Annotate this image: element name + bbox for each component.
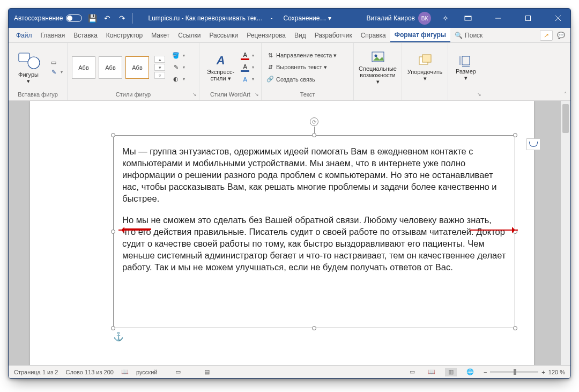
group-text: ⇅Направление текста ▾ ⇵Выровнять текст ▾… <box>262 43 354 100</box>
tab-references[interactable]: Ссылки <box>174 28 205 42</box>
toggle-icon[interactable] <box>66 14 82 22</box>
group-label: Стили фигур <box>116 91 151 98</box>
page-indicator[interactable]: Страница 1 из 2 <box>14 369 58 375</box>
scrollbar-thumb[interactable] <box>562 104 569 133</box>
text-outline-button[interactable]: A▾ <box>241 63 254 72</box>
undo-icon[interactable]: ↶ <box>102 13 112 23</box>
shape-outline-button[interactable]: ✎▾ <box>172 63 185 72</box>
app-window: Автосохранение 💾 ↶ ↷ Lumpics.ru - Как пе… <box>8 8 571 379</box>
comments-icon[interactable]: 💬 <box>557 32 565 39</box>
group-label: Стили WordArt <box>210 91 250 98</box>
alt-text-button[interactable]: Специальные возможности ▾ <box>358 49 397 86</box>
coming-soon-icon[interactable]: ✧ <box>441 13 450 23</box>
style-preset-1[interactable]: Абв <box>72 56 95 79</box>
edit-shape-button[interactable]: ✎▾ <box>49 68 63 77</box>
tab-shape-format[interactable]: Формат фигуры <box>390 28 450 42</box>
tab-mailings[interactable]: Рассылки <box>205 28 242 42</box>
shapes-gallery-button[interactable]: Фигуры ▾ <box>13 50 44 85</box>
align-text-button[interactable]: ⇵Выровнять текст ▾ <box>266 63 327 72</box>
arrange-icon <box>418 54 433 68</box>
search-icon: 🔍 <box>455 32 463 39</box>
language-indicator[interactable]: русский <box>136 369 157 375</box>
group-accessibility: Специальные возможности ▾ <box>354 43 402 100</box>
search-box[interactable]: 🔍 Поиск <box>450 28 487 42</box>
zoom-out-icon[interactable]: − <box>484 369 487 375</box>
zoom-in-icon[interactable]: + <box>541 369 545 375</box>
redo-icon[interactable]: ↷ <box>117 13 127 23</box>
text-effects-button[interactable]: A▾ <box>241 75 254 84</box>
user-account[interactable]: Виталий Каиров ВК <box>366 12 431 25</box>
ribbon-display-button[interactable] <box>456 9 480 28</box>
share-button[interactable]: ↗ <box>540 30 553 41</box>
wordart-icon: A <box>217 54 225 68</box>
layout-options-icon <box>529 142 538 147</box>
annotation-arrow-right <box>470 230 518 231</box>
tab-view[interactable]: Вид <box>290 28 310 42</box>
tab-insert[interactable]: Вставка <box>69 28 102 42</box>
page: ⟳ Мы — группа энтузиастов, одержимых иде… <box>30 101 534 365</box>
read-view-button[interactable]: 📖 <box>426 368 437 376</box>
svg-rect-11 <box>422 55 431 62</box>
tab-layout[interactable]: Макет <box>147 28 174 42</box>
group-arrange: Упорядочить ▾ <box>402 43 448 100</box>
focus-view-button[interactable]: ▭ <box>406 368 418 376</box>
shape-fill-button[interactable]: 🪣▾ <box>172 51 185 60</box>
autosave-label: Автосохранение <box>14 14 63 22</box>
size-button[interactable]: Размер ▾ <box>452 53 479 82</box>
dialog-launcher-icon[interactable]: ↘ <box>477 92 481 97</box>
rotate-handle-icon[interactable]: ⟳ <box>310 117 318 126</box>
tab-developer[interactable]: Разработчик <box>310 28 357 42</box>
style-more[interactable]: ▴▾▿ <box>154 56 165 79</box>
text-content[interactable]: Мы — группа энтузиастов, одержимых идеей… <box>114 136 515 283</box>
style-preset-3[interactable]: Абв <box>125 56 149 79</box>
dialog-launcher-icon[interactable]: ↘ <box>255 92 259 97</box>
dialog-launcher-icon[interactable]: ↘ <box>192 92 197 97</box>
resize-handle-sw[interactable] <box>111 326 115 330</box>
layout-options-button[interactable] <box>526 138 540 150</box>
minimize-button[interactable] <box>486 9 510 28</box>
word-count[interactable]: Слово 113 из 200 <box>65 369 114 375</box>
autosave-toggle[interactable]: Автосохранение <box>14 14 82 22</box>
vertical-scrollbar[interactable] <box>561 101 570 365</box>
resize-handle-se[interactable] <box>513 326 517 330</box>
draw-textbox-button[interactable]: ▭ <box>49 58 63 67</box>
resize-handle-s[interactable] <box>312 326 316 330</box>
ribbon-tabs: Файл Главная Вставка Конструктор Макет С… <box>9 28 570 43</box>
document-title: Lumpics.ru - Как переворачивать тек… <box>148 14 263 22</box>
create-link-button[interactable]: 🔗Создать связь <box>266 75 315 84</box>
print-view-button[interactable]: ▥ <box>445 368 457 376</box>
wordart-quickstyles-button[interactable]: A Экспресс- стили ▾ <box>204 53 237 83</box>
text-direction-button[interactable]: ⇅Направление текста ▾ <box>266 51 337 60</box>
group-size: Размер ▾ ↘ <box>448 43 484 100</box>
close-button[interactable] <box>546 9 570 28</box>
style-preset-2[interactable]: Абв <box>99 56 122 79</box>
shape-effects-button[interactable]: ◐▾ <box>172 75 185 84</box>
svg-rect-3 <box>526 16 531 21</box>
search-label: Поиск <box>465 32 482 39</box>
svg-point-7 <box>28 57 40 69</box>
text-box-shape[interactable]: ⟳ Мы — группа энтузиастов, одержимых иде… <box>113 135 515 328</box>
document-area[interactable]: ⟳ Мы — группа энтузиастов, одержимых иде… <box>9 101 570 365</box>
tab-file[interactable]: Файл <box>12 28 36 42</box>
tab-design[interactable]: Конструктор <box>102 28 147 42</box>
accessibility-icon[interactable]: ▭ <box>175 368 181 375</box>
macro-icon[interactable]: ▤ <box>204 368 210 375</box>
group-insert-shapes: Фигуры ▾ ▭ ✎▾ Вставка фигур <box>9 43 68 100</box>
text-fill-button[interactable]: A▾ <box>241 51 254 60</box>
web-view-button[interactable]: 🌐 <box>464 368 476 376</box>
spellcheck-icon[interactable]: 📖 <box>121 368 129 375</box>
arrange-button[interactable]: Упорядочить ▾ <box>406 53 443 83</box>
save-icon[interactable]: 💾 <box>87 13 97 23</box>
size-icon <box>459 54 473 67</box>
save-status[interactable]: Сохранение… ▾ <box>284 14 331 22</box>
shapes-icon <box>17 51 40 70</box>
maximize-button[interactable] <box>516 9 540 28</box>
zoom-level[interactable]: 120 % <box>548 369 565 375</box>
zoom-slider[interactable] <box>490 371 538 373</box>
tab-help[interactable]: Справка <box>357 28 390 42</box>
ribbon: Фигуры ▾ ▭ ✎▾ Вставка фигур Абв Абв Абв … <box>9 43 570 101</box>
tab-review[interactable]: Рецензирова <box>242 28 290 42</box>
collapse-ribbon-icon[interactable]: ˄ <box>564 91 567 98</box>
tab-home[interactable]: Главная <box>36 28 70 42</box>
zoom-control[interactable]: − + 120 % <box>484 369 565 375</box>
